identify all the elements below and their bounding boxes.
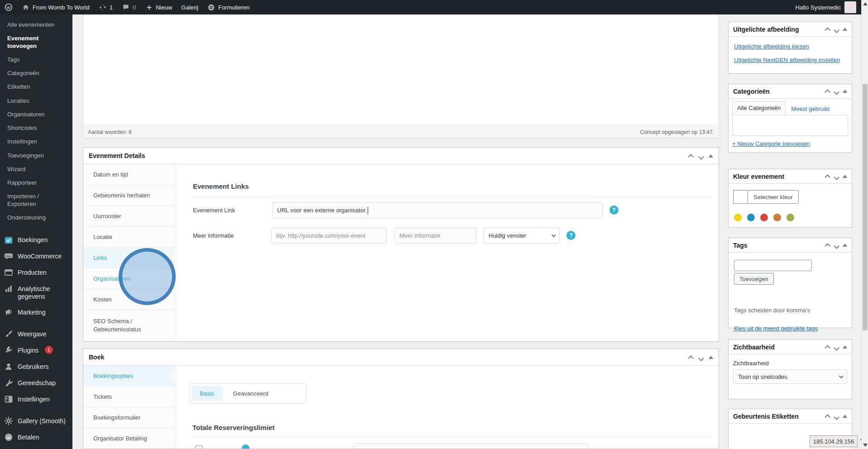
- move-up-icon[interactable]: [825, 414, 830, 420]
- add-category-link[interactable]: + Nieuw Categorie toevoegen: [732, 140, 810, 147]
- move-down-icon[interactable]: [834, 243, 839, 249]
- toggle-panel-icon[interactable]: [843, 244, 847, 247]
- sidebar-item-marketing[interactable]: Marketing: [0, 304, 72, 320]
- sidebar-item-importeren-exporteren[interactable]: Importeren / Exporteren: [0, 190, 59, 211]
- sidebar-item-tags[interactable]: Tags: [0, 53, 72, 67]
- move-down-icon[interactable]: [834, 174, 839, 180]
- sidebar-item-gereedschap[interactable]: Gereedschap: [0, 375, 72, 391]
- sidebar-item-evenement-toevoegen[interactable]: Evenement toevoegen: [0, 32, 72, 53]
- add-tag-button[interactable]: Toevoegen: [734, 273, 774, 285]
- new-content-menu[interactable]: Nieuw: [140, 0, 177, 14]
- toggle-panel-icon[interactable]: [843, 175, 847, 178]
- scroll-down-icon[interactable]: [863, 444, 868, 447]
- visibility-select[interactable]: Toon op snelcodes: [733, 369, 847, 384]
- sidebar-item-gallery-smooth[interactable]: Gallery (Smooth): [0, 413, 72, 429]
- tab-boekingsformulier[interactable]: Boekingsformulier: [83, 407, 174, 428]
- categories-list-box[interactable]: [732, 115, 848, 136]
- tags-input[interactable]: [734, 260, 812, 271]
- toggle-panel-icon[interactable]: [843, 415, 847, 418]
- more-info-text-input[interactable]: Meer informatie: [394, 228, 476, 244]
- tab-locatie[interactable]: Locatie: [83, 227, 174, 248]
- select-color-button[interactable]: Selecteer kleur: [748, 190, 799, 204]
- color-dot-blue[interactable]: [747, 214, 755, 221]
- move-down-icon[interactable]: [834, 27, 839, 33]
- toggle-panel-icon[interactable]: [709, 154, 713, 158]
- color-dot-yellow[interactable]: [734, 214, 742, 221]
- gallery-menu[interactable]: Galerij: [177, 0, 203, 14]
- toggle-panel-icon[interactable]: [843, 28, 847, 31]
- window-target-select[interactable]: Huidig venster: [484, 228, 560, 244]
- tab-uurrooster[interactable]: Uurrooster: [83, 206, 174, 227]
- sidebar-item-rapporteer[interactable]: Rapporteer: [0, 176, 72, 190]
- account-menu[interactable]: Hallo Systemedic: [796, 1, 868, 13]
- tab-alle-categorieen[interactable]: Alle Categorieën: [732, 101, 786, 115]
- toggle-panel-icon[interactable]: [843, 90, 847, 93]
- move-up-icon[interactable]: [825, 345, 830, 351]
- comments-menu[interactable]: 0: [117, 0, 140, 14]
- more-info-url-input[interactable]: bijv. http://yoursite.com/your-event: [271, 228, 387, 244]
- move-down-icon[interactable]: [834, 414, 839, 420]
- move-up-icon[interactable]: [825, 243, 830, 249]
- tab-organisator-betaling[interactable]: Organisator Betaling: [83, 428, 174, 449]
- event-link-help-icon[interactable]: ?: [609, 205, 619, 215]
- booking-limit-help-icon[interactable]: [242, 444, 249, 449]
- move-up-icon[interactable]: [825, 174, 830, 180]
- color-dot-orange[interactable]: [773, 214, 781, 221]
- scroll-up-icon[interactable]: [863, 2, 868, 5]
- move-up-icon[interactable]: [825, 27, 830, 33]
- forms-menu[interactable]: Formulieren: [203, 0, 254, 14]
- tab-datum-en-tijd[interactable]: Datum en tijd: [83, 164, 174, 185]
- sidebar-item-instellingen[interactable]: Instellingen: [0, 391, 72, 407]
- move-down-icon[interactable]: [834, 89, 839, 95]
- toggle-panel-icon[interactable]: [843, 345, 847, 349]
- sidebar-item-organisatoren[interactable]: Organisatoren: [0, 108, 72, 121]
- scrollbar-thumb[interactable]: [863, 84, 868, 330]
- sidebar-item-categorieen[interactable]: Categorieën: [0, 67, 72, 80]
- sidebar-item-etiketten[interactable]: Etiketten: [0, 80, 72, 94]
- sidebar-item-gebruikers[interactable]: Gebruikers: [0, 358, 72, 375]
- move-down-icon[interactable]: [834, 345, 839, 351]
- tab-tickets[interactable]: Tickets: [83, 387, 174, 407]
- sidebar-item-betalen[interactable]: Betalen: [0, 429, 72, 445]
- sidebar-item-ondersteuning[interactable]: Ondersteuning: [0, 211, 72, 224]
- color-swatch[interactable]: [733, 190, 748, 204]
- most-used-tags-link[interactable]: Kies uit de meest gebruikte tags: [734, 325, 818, 332]
- color-dot-red[interactable]: [760, 214, 768, 221]
- sidebar-item-woocommerce[interactable]: Woo WooCommerce: [0, 248, 72, 264]
- more-info-help-icon[interactable]: ?: [566, 231, 575, 240]
- sidebar-item-weergave[interactable]: Weergave: [0, 326, 72, 342]
- sidebar-item-producten[interactable]: Producten: [0, 264, 72, 281]
- tab-boekingsopties[interactable]: Boekingsopties: [83, 366, 174, 387]
- tab-gebeurtenis-herhalen[interactable]: Gebeurtenis herhalen: [83, 185, 174, 206]
- sidebar-item-toevoegingen[interactable]: Toevoegingen: [0, 149, 72, 162]
- sidebar-item-loco-translate[interactable]: Ax Loco Translate: [0, 445, 72, 449]
- move-down-icon[interactable]: [698, 154, 704, 160]
- updates-menu[interactable]: 1: [94, 0, 117, 14]
- event-link-input[interactable]: URL voor een externe organisator.: [272, 202, 603, 218]
- site-name-menu[interactable]: From Womb To World: [17, 0, 94, 14]
- sidebar-item-plugins[interactable]: Plugins 1: [0, 342, 72, 358]
- sidebar-item-alle-evenementen[interactable]: Alle evenementen: [0, 18, 72, 32]
- sidebar-item-analytische-gegevens[interactable]: Analytische gegevens: [0, 281, 72, 304]
- move-up-icon[interactable]: [825, 89, 830, 95]
- sidebar-item-shortcodes[interactable]: Shortcodes: [0, 121, 72, 135]
- tab-meest-gebruikt[interactable]: Meest gebruikt: [786, 103, 835, 115]
- choose-featured-image-link[interactable]: Uitgelichte afbeelding kiezen: [734, 43, 809, 50]
- toggle-panel-icon[interactable]: [709, 356, 713, 359]
- page-scrollbar[interactable]: [861, 0, 868, 449]
- wordpress-logo-menu[interactable]: W: [0, 0, 17, 14]
- sidebar-item-wizard[interactable]: Wizard: [0, 162, 72, 176]
- set-nextgen-image-link[interactable]: Uitgelichte NextGEN afbeelding instellen: [734, 57, 840, 63]
- sidebar-item-locaties[interactable]: Locaties: [0, 94, 72, 108]
- tab-basis[interactable]: Basis: [192, 386, 222, 401]
- color-dot-green[interactable]: [786, 214, 794, 221]
- booking-limit-input[interactable]: [354, 444, 589, 449]
- content-editor-canvas[interactable]: Aantal woorden: 8 Concept opgeslagen op …: [83, 14, 719, 138]
- tab-seo-schema[interactable]: SEO Schema / Gebeurtenisstatus: [83, 310, 175, 341]
- sidebar-item-instellingen-sub[interactable]: Instellingen: [0, 135, 72, 148]
- move-down-icon[interactable]: [698, 355, 704, 361]
- booking-limit-checkbox[interactable]: [195, 445, 203, 449]
- move-up-icon[interactable]: [688, 154, 694, 160]
- tab-geavanceerd[interactable]: Geavanceerd: [225, 386, 277, 401]
- sidebar-item-boekingen[interactable]: Boekingen: [0, 232, 72, 248]
